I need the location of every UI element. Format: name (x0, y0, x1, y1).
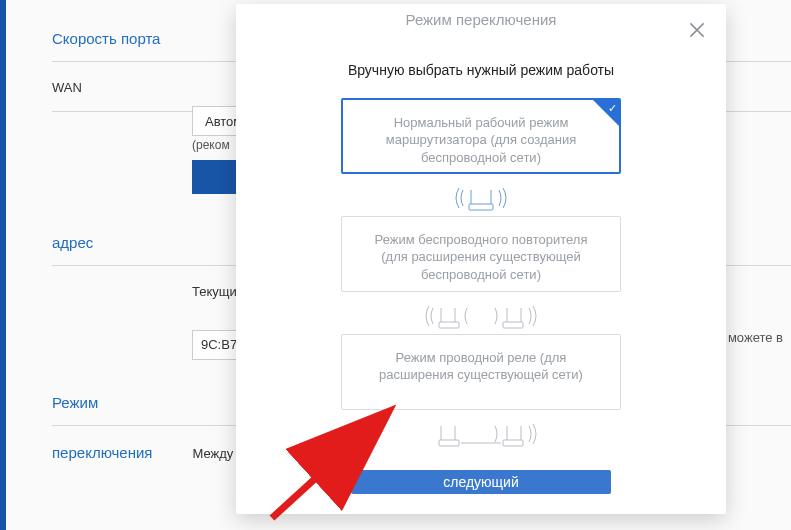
mode-option-label: Режим беспроводного повторителя (для рас… (375, 232, 588, 282)
section-mode-subtitle: переключения (52, 444, 153, 461)
mode-option-wireless-repeater[interactable]: Режим беспроводного повторителя (для рас… (341, 216, 621, 292)
repeater-diagram-icon (341, 302, 621, 330)
modal-title: Режим переключения (406, 11, 557, 28)
router-diagram-icon (341, 184, 621, 212)
mode-option-wired-relay[interactable]: Режим проводной реле (для расширения сущ… (341, 334, 621, 410)
close-icon[interactable] (686, 19, 708, 41)
svg-rect-11 (439, 440, 459, 446)
modal-header: Режим переключения (296, 4, 666, 36)
svg-rect-15 (503, 440, 523, 446)
mode-option-label: Нормальный рабочий режим маршрутизатора … (386, 115, 577, 165)
mode-switch-modal: Режим переключения Вручную выбрать нужны… (236, 4, 726, 514)
mode-option-router[interactable]: Нормальный рабочий режим маршрутизатора … (341, 98, 621, 174)
svg-rect-2 (469, 204, 493, 210)
wired-relay-diagram-icon (341, 420, 621, 448)
svg-rect-8 (503, 322, 523, 328)
modal-subtitle: Вручную выбрать нужный режим работы (348, 62, 614, 78)
next-button[interactable]: следующий (351, 470, 611, 494)
mode-option-label: Режим проводной реле (для расширения сущ… (379, 350, 583, 383)
sidebar-accent (0, 0, 6, 530)
svg-rect-5 (439, 322, 459, 328)
selected-check-icon (593, 100, 619, 126)
